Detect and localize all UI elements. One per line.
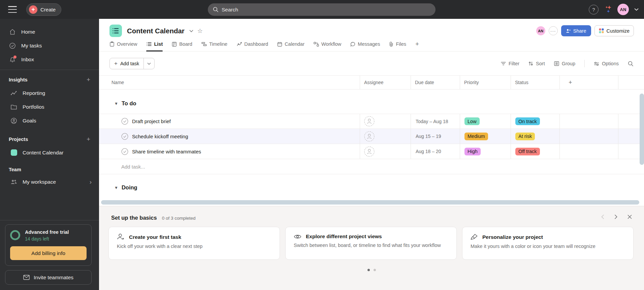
add-task-dropdown-button[interactable] — [143, 58, 154, 69]
task-name[interactable]: Draft project brief — [132, 118, 171, 124]
add-column-button[interactable]: + — [559, 76, 618, 89]
customize-button[interactable]: Customize — [594, 25, 634, 36]
task-check-icon[interactable] — [121, 133, 128, 140]
project-menu-button[interactable] — [189, 30, 193, 32]
sidebar-item-label: Reporting — [23, 90, 45, 96]
tab-list[interactable]: List — [146, 37, 163, 51]
more-options-button[interactable]: ··· — [549, 26, 558, 35]
folder-icon — [10, 104, 18, 110]
user-avatar[interactable]: AN — [617, 4, 629, 15]
task-name[interactable]: Schedule kickoff meeting — [132, 134, 188, 139]
vertical-scrollbar[interactable] — [640, 94, 644, 165]
add-billing-info-button[interactable]: Add billing info — [10, 246, 87, 260]
table-row[interactable]: Schedule kickoff meeting Aug 15 – 19 Med… — [99, 129, 644, 144]
search-tasks-button[interactable] — [628, 61, 634, 67]
paintbrush-icon — [471, 233, 478, 241]
tab-calendar[interactable]: Calendar — [277, 37, 304, 51]
tab-timeline[interactable]: Timeline — [201, 37, 227, 51]
invite-teammates-button[interactable]: Invite teammates — [5, 270, 92, 285]
create-button[interactable]: + Create — [26, 3, 61, 16]
sidebar-item-my-workspace[interactable]: My workspace › — [0, 175, 99, 189]
sidebar-item-goals[interactable]: Goals — [0, 114, 99, 128]
setup-card-create-task[interactable]: Create your first task Kick off your wor… — [108, 227, 280, 260]
task-name[interactable]: Share timeline with teammates — [132, 149, 201, 154]
carousel-prev-button[interactable] — [601, 214, 604, 219]
favorite-star-icon[interactable]: ☆ — [197, 27, 203, 35]
priority-badge[interactable]: Medium — [464, 133, 488, 140]
priority-badge[interactable]: High — [464, 148, 481, 155]
priority-badge[interactable]: Low — [464, 117, 480, 125]
section-collapse-icon[interactable]: ▼ — [114, 185, 118, 190]
sidebar-item-portfolios[interactable]: Portfolios — [0, 100, 99, 114]
setup-card-personalize[interactable]: Personalize your project Make it yours w… — [462, 227, 634, 260]
sidebar-item-reporting[interactable]: Reporting — [0, 86, 99, 100]
assignee-placeholder-icon[interactable] — [364, 146, 375, 157]
ai-sparkle-button[interactable] — [604, 5, 612, 14]
sidebar-item-my-tasks[interactable]: My tasks — [0, 39, 99, 52]
setup-card-explore-views[interactable]: Explore different project views Switch b… — [285, 227, 457, 260]
task-check-icon[interactable] — [121, 148, 128, 155]
add-task-button[interactable]: + Add task — [109, 58, 155, 69]
options-button[interactable]: Options — [594, 61, 619, 66]
sidebar-item-home[interactable]: Home — [0, 25, 99, 39]
tab-board[interactable]: Board — [172, 37, 192, 51]
member-avatar[interactable]: AN — [536, 26, 545, 35]
projects-section-title: Projects — [9, 137, 28, 142]
table-row[interactable]: Draft project brief Today – Aug 18 Low O… — [99, 114, 644, 129]
add-insight-button[interactable]: + — [87, 76, 90, 83]
column-header-name[interactable]: Name — [99, 76, 360, 89]
carousel-next-button[interactable] — [614, 214, 617, 219]
search-input[interactable] — [222, 7, 410, 13]
share-button[interactable]: Share — [561, 25, 591, 36]
global-search[interactable] — [208, 3, 436, 16]
table-row[interactable]: Share timeline with teammates Aug 18 – 2… — [99, 144, 644, 159]
tab-overview[interactable]: Overview — [109, 37, 137, 51]
add-view-button[interactable]: + — [415, 37, 419, 51]
chevron-down-icon — [147, 63, 151, 65]
account-menu-button[interactable] — [634, 8, 639, 11]
sidebar-toggle-icon[interactable] — [8, 6, 17, 13]
carousel-dot[interactable] — [374, 269, 376, 271]
status-badge[interactable]: On track — [515, 117, 540, 125]
tab-dashboard[interactable]: Dashboard — [236, 37, 268, 51]
project-icon[interactable] — [109, 25, 122, 37]
due-date[interactable]: Aug 15 – 19 — [416, 134, 441, 139]
task-check-icon[interactable] — [121, 118, 128, 125]
setup-card-subtitle: Make it yours with a color or icon your … — [471, 244, 625, 249]
sidebar-item-content-calendar[interactable]: Content Calendar — [0, 146, 99, 159]
status-badge[interactable]: At risk — [515, 133, 535, 140]
tab-files[interactable]: Files — [389, 37, 406, 51]
horizontal-scrollbar[interactable] — [101, 200, 639, 205]
page-title: Content Calendar — [127, 27, 185, 35]
due-date[interactable]: Aug 18 – 20 — [416, 149, 441, 154]
section-collapse-icon[interactable]: ▼ — [114, 101, 118, 106]
status-badge[interactable]: Off track — [515, 148, 540, 155]
close-panel-button[interactable] — [627, 215, 632, 219]
sort-icon — [528, 61, 533, 66]
sidebar: Home My tasks Inbox Insights + Reporting… — [0, 19, 99, 290]
group-button[interactable]: Group — [554, 61, 575, 66]
column-header-due-date[interactable]: Due date — [411, 76, 460, 89]
assignee-placeholder-icon[interactable] — [364, 131, 375, 142]
filter-button[interactable]: Filter — [501, 61, 519, 66]
list-glyph-icon — [112, 28, 119, 34]
filter-icon — [501, 62, 506, 66]
column-header-priority[interactable]: Priority — [460, 76, 511, 89]
due-date[interactable]: Today – Aug 18 — [416, 119, 448, 124]
carousel-dot-active[interactable] — [367, 269, 370, 271]
section-title-doing: Doing — [122, 184, 137, 191]
column-header-assignee[interactable]: Assignee — [360, 76, 411, 89]
sidebar-item-label: Portfolios — [23, 104, 44, 110]
top-bar: + Create ? AN — [0, 0, 644, 19]
tab-workflow[interactable]: Workflow — [314, 37, 341, 51]
chevron-right-icon[interactable]: › — [90, 178, 92, 186]
add-project-button[interactable]: + — [87, 136, 90, 143]
tab-messages[interactable]: Messages — [350, 37, 380, 51]
sidebar-item-inbox[interactable]: Inbox — [0, 52, 99, 66]
sort-button[interactable]: Sort — [528, 61, 545, 66]
help-button[interactable]: ? — [589, 5, 599, 14]
setup-card-title: Personalize your project — [482, 234, 543, 240]
add-task-inline[interactable]: Add task... — [99, 159, 644, 174]
assignee-placeholder-icon[interactable] — [364, 116, 375, 126]
column-header-status[interactable]: Status — [511, 76, 559, 89]
